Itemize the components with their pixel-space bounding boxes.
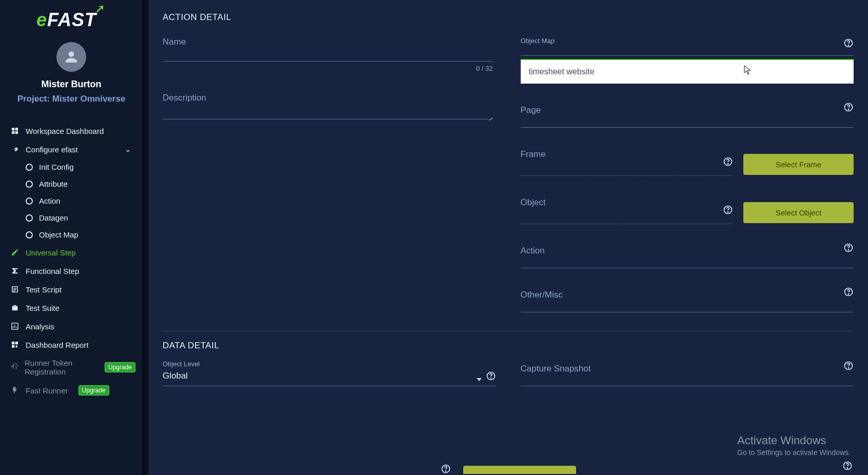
sidebar-item-datagen[interactable]: Datagen [24,209,137,226]
gear-icon [10,145,19,154]
svg-rect-14 [12,345,14,348]
sidebar-item-dashboard-report[interactable]: Dashboard Report [8,335,137,354]
svg-point-16 [848,45,849,46]
page-field-wrap: Page [521,105,854,128]
sidebar-item-attribute[interactable]: Attribute [24,175,137,192]
frame-label: Frame [521,149,546,160]
project-line: Project: Mister Omniverse [17,94,126,104]
other-input[interactable] [521,290,854,312]
sidebar-item-runner-token[interactable]: Runner Token Registration Upgrade [8,354,137,381]
sigma-icon [10,266,19,275]
help-icon[interactable] [843,38,854,50]
help-icon[interactable] [723,156,733,169]
frame-field-wrap: Frame [521,149,734,176]
user-name: Mister Burton [42,79,102,90]
sidebar-item-label: Init Config [39,163,74,171]
help-icon[interactable] [843,243,854,255]
sidebar-item-analysis[interactable]: Analysis [8,317,137,335]
sidebar-item-label: Functional Step [26,267,79,275]
sidebar-item-init-config[interactable]: Init Config [24,159,137,175]
help-icon[interactable] [842,461,853,473]
nav: Workspace Dashboard Configure efast ⌄ In… [0,122,143,400]
sidebar-item-label: Object Map [39,230,78,239]
primary-action-button[interactable] [463,466,576,474]
sidebar-item-test-suite[interactable]: Test Suite [8,299,137,317]
capture-snapshot-field-wrap: Capture Snapshot [521,364,854,386]
radio-icon [26,181,33,188]
divider [163,331,854,331]
frame-input[interactable] [521,162,734,176]
object-map-input[interactable] [521,47,854,56]
dashboard-icon [10,126,19,135]
sidebar-item-object-map[interactable]: Object Map [24,226,137,243]
sidebar-item-label: Universal Step [26,248,76,257]
sidebar-item-label: Dashboard Report [26,341,89,349]
svg-rect-12 [12,342,14,344]
logo-prefix: e [36,9,47,30]
svg-point-18 [848,109,849,110]
radio-icon [26,231,33,239]
sidebar-item-label: Workspace Dashboard [26,127,104,135]
person-icon [65,50,78,64]
chevron-down-icon: ⌄ [125,145,131,154]
description-input[interactable] [163,93,493,120]
help-icon[interactable] [441,464,451,475]
object-field-wrap: Object [521,197,734,224]
pencil-icon [10,248,19,257]
radio-icon [26,197,33,205]
object-input[interactable] [521,210,734,224]
svg-rect-13 [15,342,18,344]
object-map-dropdown[interactable]: timesheet website [521,59,854,84]
sidebar-item-universal-step[interactable]: Universal Step [8,243,137,262]
svg-rect-1 [15,128,18,130]
name-field-wrap: Name 0 / 32 [163,37,493,72]
section-title-action-detail: ACTION DETAIL [163,12,854,23]
sidebar-item-test-script[interactable]: Test Script [8,280,137,299]
help-icon[interactable] [843,102,854,114]
help-icon[interactable] [486,371,496,383]
other-field-wrap: Other/Misc [521,290,854,312]
svg-rect-3 [15,131,18,134]
radio-icon [26,164,33,171]
list-icon [10,285,19,294]
svg-point-24 [848,250,849,250]
sidebar-item-action[interactable]: Action [24,192,137,209]
avatar[interactable] [56,42,86,72]
sidebar-item-functional-step[interactable]: Functional Step [8,262,137,280]
object-row: Object Select Object [521,197,854,224]
logo-text: FAST [47,9,96,30]
dashboard-add-icon [10,340,19,349]
svg-point-34 [847,468,847,468]
capture-snapshot-input[interactable] [521,364,854,386]
object-map-option[interactable]: timesheet website [529,67,595,76]
sidebar-item-configure[interactable]: Configure efast ⌄ [8,140,137,159]
frame-row: Frame Select Frame [521,149,854,176]
upgrade-badge[interactable]: Upgrade [105,362,135,372]
section-title-data-detail: DATA DETAIL [163,341,854,351]
sidebar-item-label: Configure efast [26,145,78,154]
select-frame-button[interactable]: Select Frame [743,154,854,175]
sidebar-item-fast-runner[interactable]: Fast Runner Upgrade [8,381,137,400]
bottom-action-bar [441,464,576,475]
page-input[interactable] [521,105,854,128]
object-level-select[interactable]: Global [163,370,496,386]
help-icon[interactable] [843,287,854,299]
name-input[interactable] [163,37,493,62]
action-input[interactable] [521,246,854,268]
select-object-button[interactable]: Select Object [743,202,854,223]
help-icon[interactable] [723,205,733,217]
svg-point-28 [490,378,491,379]
logo-swoosh-icon: ➚ [95,2,105,15]
resize-handle-icon[interactable] [488,114,493,120]
watermark-title: Activate Windows [737,434,851,447]
help-icon[interactable] [843,361,854,373]
radio-icon [26,214,33,222]
object-level-label: Object Level [163,360,496,368]
sidebar-item-workspace-dashboard[interactable]: Workspace Dashboard [8,122,137,140]
sidebar-item-label: Analysis [26,322,54,331]
bolt-icon [10,386,19,395]
svg-point-20 [727,164,728,164]
upgrade-badge[interactable]: Upgrade [78,385,109,395]
sidebar-item-label: Attribute [39,180,68,188]
fingerprint-icon [10,363,18,372]
